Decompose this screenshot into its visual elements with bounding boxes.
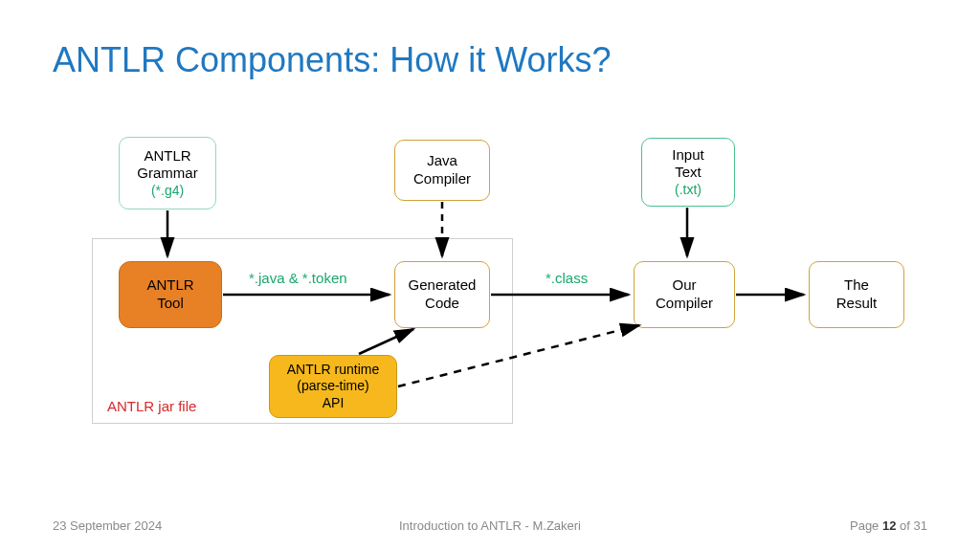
footer-page: Page 12 of 31 — [850, 518, 927, 533]
node-text: Compiler — [656, 295, 713, 313]
node-subtext: (*.g4) — [151, 183, 184, 200]
node-text: Text — [675, 164, 702, 182]
node-text: ANTLR runtime — [287, 362, 379, 379]
node-generated-code: Generated Code — [394, 261, 490, 328]
node-antlr-grammar: ANTLR Grammar (*.g4) — [119, 137, 216, 209]
node-text: ANTLR — [146, 276, 193, 295]
page-current: 12 — [882, 518, 896, 533]
edge-label-class: *.class — [546, 270, 588, 286]
node-text: Input — [672, 146, 703, 165]
node-text: Tool — [157, 295, 184, 313]
node-text: Our — [672, 276, 696, 295]
jar-file-label: ANTLR jar file — [107, 398, 196, 414]
node-input-text: Input Text (.txt) — [641, 138, 735, 207]
node-text: Compiler — [413, 170, 471, 188]
node-text: Java — [427, 152, 457, 170]
node-our-compiler: Our Compiler — [634, 261, 735, 328]
page-of: of — [900, 518, 913, 533]
node-text: (parse-time) — [297, 378, 368, 395]
edge-label-java-token: *.java & *.token — [249, 270, 347, 286]
node-text: Result — [836, 295, 878, 313]
node-subtext: (.txt) — [675, 182, 702, 199]
node-result: The Result — [809, 261, 904, 328]
page-total: 31 — [914, 518, 927, 533]
node-text: API — [323, 395, 345, 412]
node-java-compiler: Java Compiler — [394, 140, 490, 201]
slide-footer: 23 September 2024 Introduction to ANTLR … — [0, 518, 980, 538]
node-text: ANTLR — [144, 147, 190, 165]
node-antlr-tool: ANTLR Tool — [119, 261, 222, 328]
node-text: Generated — [409, 276, 477, 295]
node-text: Grammar — [137, 165, 197, 183]
diagram-canvas: ANTLR jar file ANTLR Grammar (*.g4) Java… — [0, 0, 980, 551]
node-antlr-runtime: ANTLR runtime (parse-time) API — [269, 355, 397, 418]
node-text: Code — [425, 295, 459, 313]
page-prefix: Page — [850, 518, 882, 533]
footer-title: Introduction to ANTLR - M.Zakeri — [0, 518, 980, 533]
node-text: The — [844, 276, 869, 295]
